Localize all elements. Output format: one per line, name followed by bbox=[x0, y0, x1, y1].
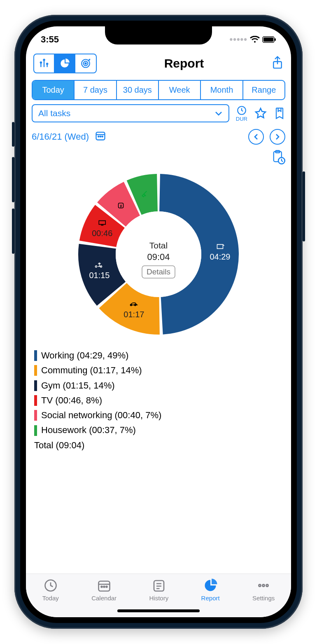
status-time: 3:55 bbox=[41, 34, 59, 45]
tab-report[interactable]: Report bbox=[201, 578, 220, 602]
pie-chart-icon bbox=[203, 578, 218, 593]
legend-item[interactable]: Housework (00:37, 7%) bbox=[34, 423, 283, 438]
range-month[interactable]: Month bbox=[201, 81, 243, 99]
calendar-icon bbox=[97, 578, 112, 593]
svg-text:04:29: 04:29 bbox=[210, 252, 230, 261]
svg-point-3 bbox=[40, 62, 42, 63]
clock-icon bbox=[43, 578, 58, 593]
svg-text:Details: Details bbox=[147, 267, 170, 276]
favorite-button[interactable] bbox=[254, 107, 267, 120]
svg-point-31 bbox=[106, 586, 107, 588]
svg-point-34 bbox=[263, 585, 265, 587]
svg-point-33 bbox=[259, 585, 261, 587]
more-icon bbox=[256, 578, 271, 593]
task-select[interactable]: All tasks bbox=[32, 104, 229, 122]
target-icon bbox=[80, 58, 91, 69]
battery-icon bbox=[262, 36, 276, 43]
tab-label: Today bbox=[42, 595, 59, 602]
tab-label: Calendar bbox=[91, 595, 117, 602]
svg-point-12 bbox=[98, 136, 99, 137]
clock-icon bbox=[236, 105, 247, 116]
chart-total-label: Total bbox=[149, 241, 168, 250]
tab-history[interactable]: History bbox=[149, 578, 169, 602]
legend-item[interactable]: Commuting (01:17, 14%) bbox=[34, 363, 283, 378]
pie-chart-icon bbox=[59, 58, 70, 69]
svg-rect-1 bbox=[263, 37, 273, 42]
clipboard-button[interactable] bbox=[271, 150, 285, 166]
list-icon bbox=[152, 578, 166, 593]
legend-item[interactable]: Working (04:29, 49%) bbox=[34, 348, 283, 363]
date-label[interactable]: 6/16/21 (Wed) bbox=[32, 131, 89, 142]
duration-label: DUR bbox=[236, 116, 247, 122]
svg-text:01:17: 01:17 bbox=[124, 310, 144, 319]
view-target[interactable] bbox=[75, 54, 96, 73]
range-week[interactable]: Week bbox=[159, 81, 201, 99]
legend-text: Housework (00:37, 7%) bbox=[41, 423, 136, 438]
svg-point-14 bbox=[102, 136, 103, 137]
swatch bbox=[34, 410, 37, 421]
calendar-icon bbox=[95, 130, 106, 141]
notch bbox=[105, 26, 212, 44]
chart-total-value: 09:04 bbox=[147, 252, 170, 262]
tab-calendar[interactable]: Calendar bbox=[91, 578, 117, 602]
svg-point-13 bbox=[100, 136, 101, 137]
svg-rect-2 bbox=[275, 38, 276, 41]
prev-day-button[interactable] bbox=[248, 129, 264, 145]
tab-label: Report bbox=[201, 595, 220, 602]
svg-point-35 bbox=[266, 585, 268, 587]
bar-chart-icon bbox=[39, 58, 49, 69]
svg-point-5 bbox=[47, 63, 48, 65]
swatch bbox=[34, 380, 37, 391]
legend-item[interactable]: Social networking (00:40, 7%) bbox=[34, 408, 283, 423]
bookmark-button[interactable] bbox=[274, 107, 285, 120]
donut-chart: Total 09:04 Details 04:2901:1701:1500:46 bbox=[26, 166, 291, 344]
chevron-left-icon bbox=[253, 133, 259, 141]
tab-today[interactable]: Today bbox=[42, 578, 59, 602]
svg-text:01:15: 01:15 bbox=[89, 271, 110, 280]
view-bar-chart[interactable] bbox=[34, 54, 55, 73]
task-select-label: All tasks bbox=[38, 108, 70, 118]
share-button[interactable] bbox=[271, 56, 284, 71]
swatch bbox=[34, 365, 37, 376]
next-day-button[interactable] bbox=[270, 129, 285, 145]
calendar-picker-button[interactable] bbox=[95, 130, 106, 144]
star-icon bbox=[254, 107, 267, 120]
legend-text: Social networking (00:40, 7%) bbox=[41, 408, 161, 423]
svg-point-30 bbox=[103, 586, 105, 588]
chart-details-button[interactable]: Details bbox=[142, 266, 175, 278]
legend-item[interactable]: TV (00:46, 8%) bbox=[34, 393, 283, 408]
range-range[interactable]: Range bbox=[243, 81, 284, 99]
swatch bbox=[34, 350, 37, 361]
chart-legend: Working (04:29, 49%)Commuting (01:17, 14… bbox=[26, 344, 291, 453]
tab-label: Settings bbox=[252, 595, 275, 602]
legend-text: TV (00:46, 8%) bbox=[41, 393, 102, 408]
range-30days[interactable]: 30 days bbox=[117, 81, 159, 99]
range-7days[interactable]: 7 days bbox=[75, 81, 117, 99]
range-today[interactable]: Today bbox=[33, 81, 75, 99]
tab-label: History bbox=[149, 595, 169, 602]
legend-total: Total (09:04) bbox=[34, 438, 283, 453]
bookmark-icon bbox=[274, 107, 285, 120]
wifi-icon bbox=[250, 36, 260, 43]
share-icon bbox=[271, 56, 284, 70]
legend-text: Commuting (01:17, 14%) bbox=[41, 363, 142, 378]
view-toggle bbox=[33, 54, 97, 73]
home-indicator bbox=[117, 609, 200, 612]
clipboard-clock-icon bbox=[271, 150, 285, 164]
swatch bbox=[34, 395, 37, 406]
view-pie-chart[interactable] bbox=[55, 54, 75, 73]
svg-point-4 bbox=[43, 59, 44, 61]
more-dots-icon: ••••• bbox=[229, 34, 247, 45]
range-tabs: Today 7 days 30 days Week Month Range bbox=[32, 80, 285, 100]
legend-item[interactable]: Gym (01:15, 14%) bbox=[34, 378, 283, 393]
legend-text: Gym (01:15, 14%) bbox=[41, 378, 115, 393]
legend-total-text: Total (09:04) bbox=[34, 438, 84, 453]
tab-settings[interactable]: Settings bbox=[252, 578, 275, 602]
chevron-down-icon bbox=[214, 110, 223, 116]
chevron-right-icon bbox=[275, 133, 280, 141]
svg-point-29 bbox=[101, 586, 102, 588]
swatch bbox=[34, 425, 37, 436]
duration-toggle[interactable]: DUR bbox=[236, 105, 247, 122]
svg-point-8 bbox=[85, 63, 86, 64]
page-title: Report bbox=[164, 56, 204, 70]
